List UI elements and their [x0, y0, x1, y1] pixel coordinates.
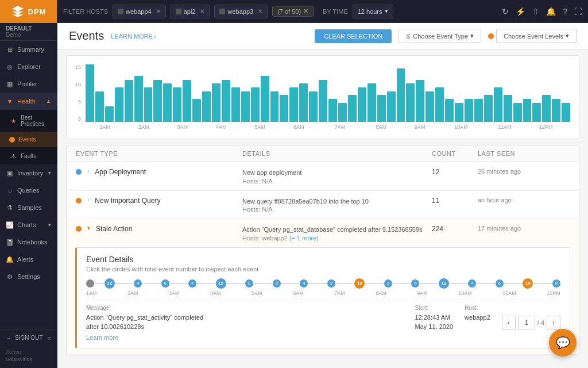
bar[interactable] [192, 99, 201, 122]
sidebar-item-summary[interactable]: ⊞ Summary [0, 41, 57, 58]
bar[interactable] [241, 91, 250, 122]
bar[interactable] [523, 99, 532, 122]
sidebar-item-queries[interactable]: ⌕ Queries [0, 182, 57, 199]
tl-dot-start[interactable] [86, 279, 94, 288]
bar[interactable] [465, 99, 473, 122]
bar[interactable] [231, 87, 240, 122]
tl-dot-10a[interactable]: 10 [354, 278, 365, 289]
bar[interactable] [319, 80, 327, 122]
bar[interactable] [513, 103, 522, 122]
bar[interactable] [494, 87, 502, 122]
sidebar-item-best-practices[interactable]: ★ Best Practices [0, 110, 57, 132]
bar[interactable] [348, 95, 357, 122]
remove-host-1[interactable]: ✕ [156, 8, 161, 14]
bar[interactable] [270, 91, 279, 122]
bar[interactable] [202, 91, 211, 122]
sidebar-item-inventory[interactable]: ▣ Inventory ▾ [0, 164, 57, 182]
remove-host-3[interactable]: ✕ [258, 8, 262, 14]
bar[interactable] [144, 87, 153, 122]
bar[interactable] [338, 103, 347, 122]
tl-dot-12[interactable]: 12 [105, 278, 115, 289]
learn-more-details-link[interactable]: Learn more [86, 334, 403, 341]
bar[interactable] [542, 95, 551, 122]
bar[interactable] [474, 99, 483, 122]
refresh-icon[interactable]: ↻ [502, 7, 509, 16]
bar[interactable] [183, 80, 191, 122]
tl-dot-4c[interactable]: 4 [300, 279, 308, 288]
bar[interactable] [222, 80, 230, 122]
bar[interactable] [435, 87, 444, 122]
bar[interactable] [251, 87, 260, 122]
sidebar-item-settings[interactable]: ⚙ Settings [0, 268, 57, 285]
bar[interactable] [328, 99, 337, 122]
bar[interactable] [406, 83, 415, 122]
tl-dot-8b[interactable]: 8 [552, 279, 560, 288]
bar[interactable] [153, 80, 162, 122]
lightning-icon[interactable]: ⚡ [516, 7, 525, 16]
chat-button[interactable]: 💬 [549, 329, 577, 356]
bar[interactable] [86, 64, 94, 122]
tl-dot-6b[interactable]: 6 [411, 279, 419, 288]
sidebar-item-profiler[interactable]: ▦ Profiler [0, 75, 57, 93]
sidebar-item-samples[interactable]: ⚗ Samples [0, 199, 57, 216]
host-chip-webapp4[interactable]: webapp4 ✕ [113, 5, 166, 18]
tl-dot-3a[interactable]: 3 [273, 279, 281, 288]
tl-dot-3b[interactable]: 3 [327, 279, 335, 288]
tl-dot-15a[interactable]: 15 [216, 278, 226, 289]
row-3-expand-icon[interactable]: ▾ [87, 225, 90, 231]
bar[interactable] [455, 103, 463, 122]
next-page-button[interactable]: › [547, 316, 560, 329]
page-number-input[interactable] [518, 316, 535, 329]
tl-dot-6c[interactable]: 6 [496, 279, 504, 288]
bar[interactable] [289, 87, 298, 122]
sidebar-item-events[interactable]: Events [0, 132, 57, 147]
choose-event-levels-button[interactable]: Choose Event Levels ▾ [496, 29, 577, 43]
host-count-badge[interactable]: (7 of 50) ✕ [272, 6, 314, 17]
bar[interactable] [387, 91, 396, 122]
row-2-expand-icon[interactable]: › [87, 197, 89, 203]
fullscreen-icon[interactable]: ⛶ [574, 7, 582, 16]
close-filter-icon[interactable]: ✕ [303, 7, 308, 15]
sidebar-item-health[interactable]: ♥ Health ▲ [0, 93, 57, 110]
remove-host-2[interactable]: ✕ [200, 8, 204, 14]
host-chip-webapp3[interactable]: webapp3 ✕ [214, 5, 268, 18]
bar[interactable] [425, 91, 434, 122]
bar[interactable] [212, 83, 220, 122]
tl-dot-4b[interactable]: 4 [188, 279, 196, 288]
learn-more-link[interactable]: LEARN MORE › [111, 33, 156, 40]
prev-page-button[interactable]: ‹ [502, 316, 516, 329]
choose-event-type-button[interactable]: ⧖ Choose Event Type ▾ [399, 29, 481, 43]
bar[interactable] [416, 80, 424, 122]
bar[interactable] [105, 106, 114, 122]
bar[interactable] [504, 95, 512, 122]
sidebar-item-alerts[interactable]: 🔔 Alerts [0, 251, 57, 268]
tl-dot-12b[interactable]: 12 [439, 278, 449, 289]
bar[interactable] [397, 68, 405, 122]
sidebar-collapse-icon[interactable]: « [47, 334, 51, 342]
row-1-expand-icon[interactable]: › [87, 168, 89, 174]
bar[interactable] [115, 87, 123, 122]
tl-dot-4a[interactable]: 4 [134, 279, 142, 288]
bar[interactable] [125, 80, 133, 122]
bar[interactable] [552, 99, 560, 122]
notifications-icon[interactable]: 🔔 [546, 7, 556, 16]
tl-dot-8a[interactable]: 8 [245, 279, 253, 288]
sidebar-item-charts[interactable]: 📈 Charts ▾ [0, 216, 57, 233]
bar[interactable] [280, 95, 288, 122]
tl-dot-4d[interactable]: 4 [468, 279, 476, 288]
tl-dot-6a[interactable]: 6 [161, 279, 169, 288]
sign-out-button[interactable]: → SIGN OUT « [0, 329, 57, 347]
bar[interactable] [299, 83, 308, 122]
bar[interactable] [484, 95, 493, 122]
bar[interactable] [445, 99, 454, 122]
bar[interactable] [95, 91, 104, 122]
bar[interactable] [163, 83, 172, 122]
bar[interactable] [368, 83, 376, 122]
sidebar-item-faults[interactable]: ⚠ Faults [0, 147, 57, 164]
host-chip-api2[interactable]: api2 ✕ [171, 5, 210, 18]
tl-dot-15b[interactable]: 15 [523, 278, 533, 289]
bar[interactable] [134, 76, 143, 122]
clear-selection-button[interactable]: CLEAR SELECTION [315, 29, 392, 43]
time-select[interactable]: 12 hours ▾ [353, 5, 393, 18]
sidebar-item-explorer[interactable]: ◎ Explorer [0, 58, 57, 75]
